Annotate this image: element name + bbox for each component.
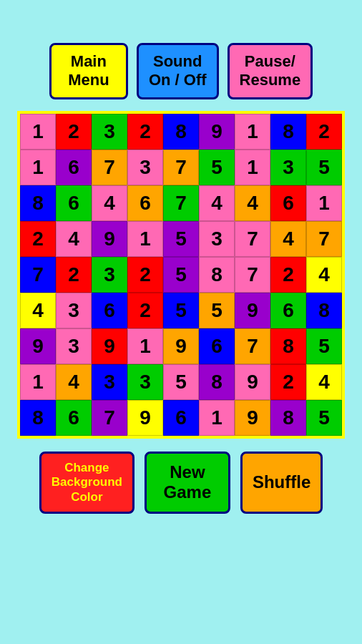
grid-cell-59[interactable]: 6 xyxy=(199,328,235,364)
grid-cell-66[interactable]: 3 xyxy=(127,364,163,400)
grid-cell-13[interactable]: 7 xyxy=(163,150,199,185)
grid-cell-67[interactable]: 5 xyxy=(163,364,199,400)
grid-cell-11[interactable]: 7 xyxy=(92,150,127,185)
main-menu-button[interactable]: MainMenu xyxy=(49,43,128,99)
grid-cell-58[interactable]: 9 xyxy=(163,328,199,364)
grid-cell-69[interactable]: 9 xyxy=(235,364,270,400)
grid-cell-60[interactable]: 7 xyxy=(235,328,270,364)
grid-cell-78[interactable]: 9 xyxy=(235,400,270,436)
grid-cell-32[interactable]: 3 xyxy=(199,221,235,257)
pause-resume-button[interactable]: Pause/Resume xyxy=(228,43,313,99)
grid-cell-33[interactable]: 7 xyxy=(235,221,270,257)
shuffle-button[interactable]: Shuffle xyxy=(240,452,323,514)
grid-cell-64[interactable]: 4 xyxy=(56,364,92,400)
new-game-button[interactable]: NewGame xyxy=(145,452,230,514)
grid-cell-31[interactable]: 5 xyxy=(163,221,199,257)
grid-cell-42[interactable]: 7 xyxy=(235,257,270,293)
grid-cell-43[interactable]: 2 xyxy=(270,257,306,293)
grid-cell-25[interactable]: 6 xyxy=(270,185,306,221)
grid-cell-54[interactable]: 9 xyxy=(20,328,56,364)
grid-cell-61[interactable]: 8 xyxy=(270,328,306,364)
grid-cell-52[interactable]: 6 xyxy=(270,293,306,328)
grid-cell-34[interactable]: 4 xyxy=(270,221,306,257)
grid-cell-4[interactable]: 8 xyxy=(163,114,199,150)
top-buttons: MainMenu SoundOn / Off Pause/Resume xyxy=(49,43,313,99)
grid-cell-8[interactable]: 2 xyxy=(306,114,342,150)
grid-cell-26[interactable]: 1 xyxy=(306,185,342,221)
grid-cell-0[interactable]: 1 xyxy=(20,114,56,150)
grid-cell-18[interactable]: 8 xyxy=(20,185,56,221)
grid-cell-77[interactable]: 1 xyxy=(199,400,235,436)
bottom-buttons: ChangeBackgroundColor NewGame Shuffle xyxy=(39,452,323,514)
grid-cell-17[interactable]: 5 xyxy=(306,150,342,185)
grid-cell-27[interactable]: 2 xyxy=(20,221,56,257)
grid-cell-74[interactable]: 7 xyxy=(92,400,127,436)
grid-cell-62[interactable]: 5 xyxy=(306,328,342,364)
grid-cell-41[interactable]: 8 xyxy=(199,257,235,293)
grid-cell-80[interactable]: 5 xyxy=(306,400,342,436)
grid-cell-22[interactable]: 7 xyxy=(163,185,199,221)
grid-cell-38[interactable]: 3 xyxy=(92,257,127,293)
grid-cell-37[interactable]: 2 xyxy=(56,257,92,293)
grid-cell-48[interactable]: 2 xyxy=(127,293,163,328)
grid-cell-53[interactable]: 8 xyxy=(306,293,342,328)
grid-cell-3[interactable]: 2 xyxy=(127,114,163,150)
grid-cell-46[interactable]: 3 xyxy=(56,293,92,328)
grid-cell-1[interactable]: 2 xyxy=(56,114,92,150)
grid-cell-21[interactable]: 6 xyxy=(127,185,163,221)
grid-cell-57[interactable]: 1 xyxy=(127,328,163,364)
grid-cell-56[interactable]: 9 xyxy=(92,328,127,364)
grid-cell-19[interactable]: 6 xyxy=(56,185,92,221)
grid-cell-50[interactable]: 5 xyxy=(199,293,235,328)
grid-cell-20[interactable]: 4 xyxy=(92,185,127,221)
grid-cell-73[interactable]: 6 xyxy=(56,400,92,436)
change-background-button[interactable]: ChangeBackgroundColor xyxy=(39,452,134,514)
grid-cell-47[interactable]: 6 xyxy=(92,293,127,328)
grid-cell-24[interactable]: 4 xyxy=(235,185,270,221)
grid-cell-55[interactable]: 3 xyxy=(56,328,92,364)
grid-cell-68[interactable]: 8 xyxy=(199,364,235,400)
grid-cell-72[interactable]: 8 xyxy=(20,400,56,436)
grid-cell-40[interactable]: 5 xyxy=(163,257,199,293)
grid-cell-79[interactable]: 8 xyxy=(270,400,306,436)
grid-cell-28[interactable]: 4 xyxy=(56,221,92,257)
grid-cell-6[interactable]: 1 xyxy=(235,114,270,150)
grid-cell-71[interactable]: 4 xyxy=(306,364,342,400)
grid-cell-49[interactable]: 5 xyxy=(163,293,199,328)
grid-cell-10[interactable]: 6 xyxy=(56,150,92,185)
sound-toggle-button[interactable]: SoundOn / Off xyxy=(137,43,219,99)
grid-cell-35[interactable]: 7 xyxy=(306,221,342,257)
grid-cell-51[interactable]: 9 xyxy=(235,293,270,328)
grid-cell-45[interactable]: 4 xyxy=(20,293,56,328)
grid-cell-30[interactable]: 1 xyxy=(127,221,163,257)
grid-cell-29[interactable]: 9 xyxy=(92,221,127,257)
grid-cell-44[interactable]: 4 xyxy=(306,257,342,293)
grid-cell-39[interactable]: 2 xyxy=(127,257,163,293)
grid-cell-23[interactable]: 4 xyxy=(199,185,235,221)
grid-cell-70[interactable]: 2 xyxy=(270,364,306,400)
grid-cell-9[interactable]: 1 xyxy=(20,150,56,185)
grid-cell-16[interactable]: 3 xyxy=(270,150,306,185)
grid-cell-14[interactable]: 5 xyxy=(199,150,235,185)
grid-cell-2[interactable]: 3 xyxy=(92,114,127,150)
grid-cell-5[interactable]: 9 xyxy=(199,114,235,150)
grid-cell-65[interactable]: 3 xyxy=(92,364,127,400)
grid-cell-76[interactable]: 6 xyxy=(163,400,199,436)
grid-cell-12[interactable]: 3 xyxy=(127,150,163,185)
grid-cell-75[interactable]: 9 xyxy=(127,400,163,436)
number-grid: 1232891821673751358646744612491537477232… xyxy=(17,111,345,439)
grid-cell-36[interactable]: 7 xyxy=(20,257,56,293)
grid-cell-7[interactable]: 8 xyxy=(270,114,306,150)
grid-cell-63[interactable]: 1 xyxy=(20,364,56,400)
grid-cell-15[interactable]: 1 xyxy=(235,150,270,185)
